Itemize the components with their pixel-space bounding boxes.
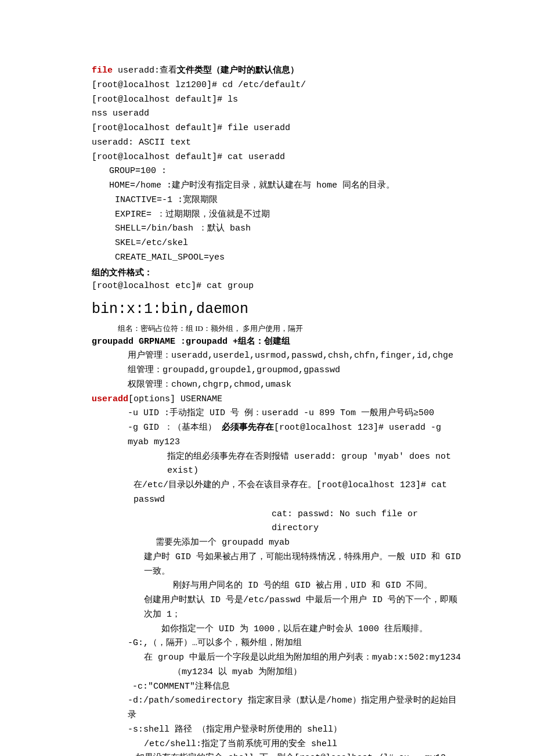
line: [root@localhost etc]# cat group	[92, 279, 464, 294]
line: （my1234 以 myab 为附加组）	[92, 665, 464, 680]
line: [root@localhost lz1200]# cd /etc/default…	[92, 78, 464, 93]
line: -s:shell 路径 （指定用户登录时所使用的 shell）	[92, 723, 464, 737]
line: -c:"COMMENT"注释信息	[92, 680, 464, 694]
line: SKEL=/etc/skel	[92, 236, 464, 251]
line: EXPIRE= ：过期期限，没值就是不过期	[92, 208, 464, 222]
line: 指定的组必须事先存在否则报错 useradd: group 'myab' doe…	[92, 450, 464, 479]
line: -u UID :手动指定 UID 号 例：useradd -u 899 Tom …	[92, 406, 464, 421]
line: 用户管理：useradd,userdel,usrmod,passwd,chsh,…	[92, 349, 464, 363]
line: cat: passwd: No such file or directory	[92, 507, 464, 537]
line: 在 group 中最后一个字段是以此组为附加组的用户列表：myab:x:502:…	[92, 651, 464, 665]
line: -G:,（，隔开）…可以多个，额外组，附加组	[92, 636, 464, 651]
line: 在/etc/目录以外建的户，不会在该目录存在。[root@localhost 1…	[92, 478, 464, 507]
cmd: useradd	[92, 394, 128, 404]
section-heading: 组的文件格式：	[92, 265, 464, 280]
line: -g GID ：（基本组） 必须事先存在[root@localhost 123]…	[92, 421, 464, 450]
line: [root@localhost default]# cat useradd	[92, 150, 464, 165]
line: 组名：密码占位符：组 ID：额外组， 多用户使用，隔开	[92, 322, 464, 334]
line: useradd: ASCII text	[92, 136, 464, 150]
document-page: file useradd:查看文件类型（建户时的默认信息） [root@loca…	[0, 0, 534, 756]
line: /etc/shell:指定了当前系统可用的安全 shell	[92, 737, 464, 752]
line: useradd[options] USERNAME	[92, 393, 464, 407]
line: SHELL=/bin/bash ：默认 bash	[92, 222, 464, 236]
example-line: bin:x:1:bin,daemon	[92, 297, 464, 321]
line: file useradd:查看文件类型（建户时的默认信息）	[92, 64, 464, 78]
section-heading: groupadd GRPNAME :groupadd +组名：创建组	[92, 335, 464, 350]
cmd: file	[92, 66, 113, 75]
line: GROUP=100 :	[92, 164, 464, 179]
line: -d:/path/somedirectory 指定家目录（默认是/home）指定…	[92, 694, 464, 723]
line: 如果没有在指定的安全 shell 下，则会[root@localhost /]#…	[92, 751, 464, 756]
line: 如你指定一个 UID 为 1000，以后在建户时会从 1000 往后顺排。	[92, 622, 464, 637]
line: [root@localhost default]# ls	[92, 93, 464, 107]
line: 组管理：groupadd,groupdel,groupmod,gpasswd	[92, 363, 464, 378]
line: [root@localhost default]# file useradd	[92, 121, 464, 136]
line: 创建用户时默认 ID 号是/etc/passwd 中最后一个用户 ID 号的下一…	[92, 593, 464, 622]
line: 需要先添加一个 groupadd myab	[92, 536, 464, 550]
line: HOME=/home :建户时没有指定目录，就默认建在与 home 同名的目录。	[92, 179, 464, 193]
line: nss useradd	[92, 107, 464, 121]
line: 权限管理：chown,chgrp,chmod,umask	[92, 378, 464, 393]
line: CREATE_MAIL_SPOOL=yes	[92, 251, 464, 265]
line: INACTIVE=-1 :宽限期限	[92, 193, 464, 208]
line: 建户时 GID 号如果被占用了，可能出现特殊情况，特殊用户。一般 UID 和 G…	[92, 550, 464, 579]
line: 刚好与用户同名的 ID 号的组 GID 被占用，UID 和 GID 不同。	[92, 579, 464, 593]
